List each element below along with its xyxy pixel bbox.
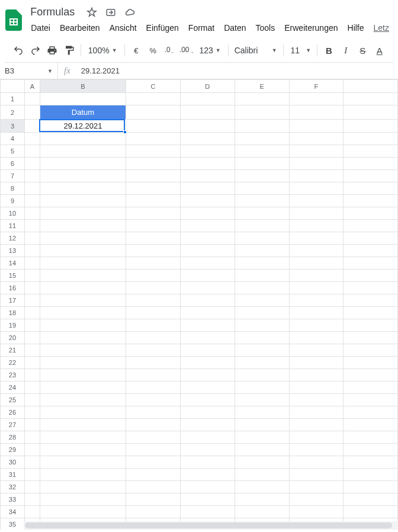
row-header-29[interactable]: 29 — [1, 444, 25, 456]
row-header-8[interactable]: 8 — [1, 182, 25, 195]
cell-F16[interactable] — [289, 282, 344, 294]
cell-E34[interactable] — [235, 506, 289, 518]
cell-D4[interactable] — [180, 133, 235, 145]
cell-E25[interactable] — [235, 394, 289, 406]
cell-16[interactable] — [344, 282, 398, 294]
cell-33[interactable] — [344, 493, 398, 506]
cell-E30[interactable] — [235, 456, 289, 469]
cell-B23[interactable] — [40, 369, 126, 382]
cell-C28[interactable] — [126, 431, 180, 444]
cell-F1[interactable] — [289, 93, 344, 105]
cell-A2[interactable] — [24, 105, 40, 120]
cell-E18[interactable] — [235, 307, 289, 319]
cell-A34[interactable] — [24, 506, 40, 518]
cell-D24[interactable] — [180, 382, 235, 394]
row-header-20[interactable]: 20 — [1, 332, 25, 344]
cell-B20[interactable] — [40, 332, 126, 344]
row-header-10[interactable]: 10 — [1, 207, 25, 220]
cell-C14[interactable] — [126, 257, 180, 270]
sheets-logo[interactable] — [5, 8, 22, 32]
row-header-17[interactable]: 17 — [1, 294, 25, 307]
cell-D21[interactable] — [180, 344, 235, 357]
cell-A6[interactable] — [24, 158, 40, 170]
cell-E6[interactable] — [235, 158, 289, 170]
cell-C34[interactable] — [126, 506, 180, 518]
menu-data[interactable]: Daten — [220, 21, 250, 35]
cell-C21[interactable] — [126, 344, 180, 357]
cell-13[interactable] — [344, 245, 398, 257]
cell-E2[interactable] — [235, 105, 289, 120]
cell-F19[interactable] — [289, 319, 344, 332]
bold-button[interactable]: B — [321, 42, 336, 59]
cell-31[interactable] — [344, 469, 398, 481]
currency-button[interactable]: € — [129, 42, 144, 59]
zoom-select[interactable]: 100%▼ — [85, 46, 121, 55]
cell-11[interactable] — [344, 220, 398, 232]
cell-F11[interactable] — [289, 220, 344, 232]
cell-24[interactable] — [344, 382, 398, 394]
cell-C4[interactable] — [126, 133, 180, 145]
cell-F21[interactable] — [289, 344, 344, 357]
cell-F8[interactable] — [289, 182, 344, 195]
fill-handle[interactable] — [123, 130, 127, 134]
cell-D31[interactable] — [180, 469, 235, 481]
cell-B6[interactable] — [40, 158, 126, 170]
row-header-13[interactable]: 13 — [1, 245, 25, 257]
cell-3[interactable] — [344, 120, 398, 133]
cell-A4[interactable] — [24, 133, 40, 145]
font-select[interactable]: Calibri▼ — [232, 44, 280, 56]
cell-5[interactable] — [344, 145, 398, 158]
cell-B8[interactable] — [40, 182, 126, 195]
cell-22[interactable] — [344, 357, 398, 369]
cell-C16[interactable] — [126, 282, 180, 294]
cell-F13[interactable] — [289, 245, 344, 257]
row-header-33[interactable]: 33 — [1, 493, 25, 506]
cell-B24[interactable] — [40, 382, 126, 394]
row-header-19[interactable]: 19 — [1, 319, 25, 332]
cell-F5[interactable] — [289, 145, 344, 158]
cell-D7[interactable] — [180, 170, 235, 182]
cell-C5[interactable] — [126, 145, 180, 158]
cell-A13[interactable] — [24, 245, 40, 257]
cell-27[interactable] — [344, 419, 398, 431]
cell-D19[interactable] — [180, 319, 235, 332]
row-header-16[interactable]: 16 — [1, 282, 25, 294]
cell-D15[interactable] — [180, 270, 235, 282]
cell-23[interactable] — [344, 369, 398, 382]
cell-C6[interactable] — [126, 158, 180, 170]
row-header-3[interactable]: 3 — [1, 120, 25, 133]
cell-E24[interactable] — [235, 382, 289, 394]
cell-A7[interactable] — [24, 170, 40, 182]
cell-D26[interactable] — [180, 406, 235, 419]
cell-A29[interactable] — [24, 444, 40, 456]
cell-D18[interactable] — [180, 307, 235, 319]
cell-E21[interactable] — [235, 344, 289, 357]
cell-14[interactable] — [344, 257, 398, 270]
cell-D12[interactable] — [180, 232, 235, 245]
cell-B5[interactable] — [40, 145, 126, 158]
strikethrough-button[interactable]: S — [355, 42, 370, 59]
cell-C29[interactable] — [126, 444, 180, 456]
cell-D20[interactable] — [180, 332, 235, 344]
cell-F18[interactable] — [289, 307, 344, 319]
cell-D23[interactable] — [180, 369, 235, 382]
cell-C25[interactable] — [126, 394, 180, 406]
cell-E27[interactable] — [235, 419, 289, 431]
cell-B4[interactable] — [40, 133, 126, 145]
cell-A31[interactable] — [24, 469, 40, 481]
cell-6[interactable] — [344, 158, 398, 170]
cell-B30[interactable] — [40, 456, 126, 469]
row-header-9[interactable]: 9 — [1, 195, 25, 207]
cell-E26[interactable] — [235, 406, 289, 419]
row-header-7[interactable]: 7 — [1, 170, 25, 182]
cell-29[interactable] — [344, 444, 398, 456]
cell-B2[interactable]: Datum — [40, 105, 126, 120]
row-header-2[interactable]: 2 — [1, 105, 25, 120]
cell-F29[interactable] — [289, 444, 344, 456]
text-color-button[interactable]: A — [372, 42, 387, 59]
cell-D3[interactable] — [180, 120, 235, 133]
cell-B16[interactable] — [40, 282, 126, 294]
cell-B28[interactable] — [40, 431, 126, 444]
cell-B3[interactable]: 29.12.2021 — [40, 120, 126, 133]
decrease-decimal-button[interactable]: .0← — [162, 42, 177, 59]
